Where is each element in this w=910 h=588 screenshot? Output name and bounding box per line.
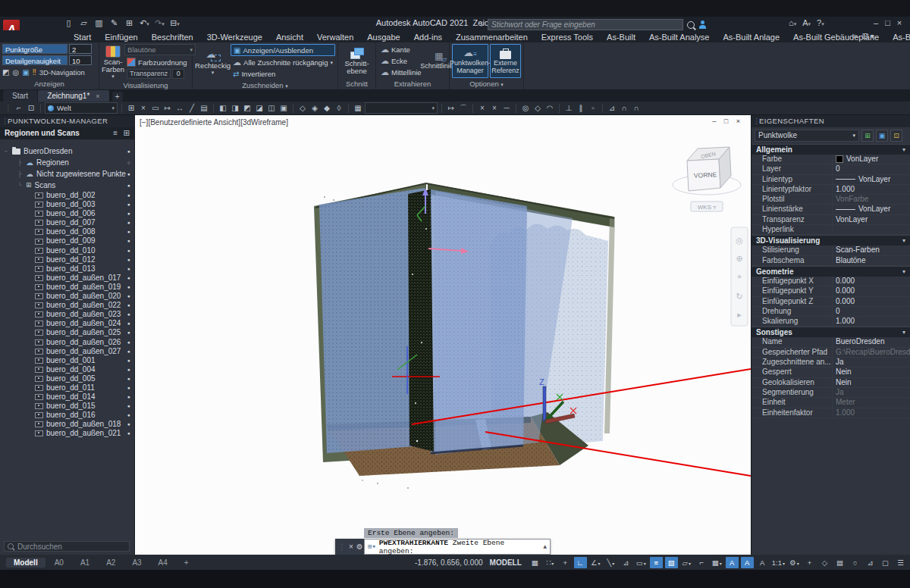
sign-in-icon[interactable] — [698, 20, 707, 29]
visibility-dot[interactable]: ● — [127, 274, 130, 283]
property-value[interactable]: Scan-Farben — [832, 246, 910, 255]
property-row[interactable]: Skalierung1.000 — [752, 317, 910, 327]
scan-item[interactable]: buero_dd_014● — [0, 393, 135, 402]
point-size-cube-icon[interactable]: ◩ — [2, 68, 9, 77]
ribbon-tab-beschriften[interactable]: Beschriften — [145, 32, 200, 42]
invertieren-button[interactable]: ⇄ Invertieren — [231, 68, 335, 79]
ecke-button[interactable]: ☁ Ecke — [378, 55, 424, 66]
scan-item[interactable]: buero_dd_008● — [0, 227, 135, 236]
ortho-icon[interactable]: ∟ — [574, 557, 587, 568]
kante-button[interactable]: ☁ Kante — [378, 44, 424, 55]
snap-quadrant-icon[interactable]: ◇ — [532, 102, 543, 114]
detailgenauigkeit-value[interactable]: 10 — [69, 55, 92, 65]
ribbon-tab-as-built[interactable]: As-Built — [600, 32, 642, 42]
tree-item-scans[interactable]: └⊞ Scans ● — [0, 180, 135, 191]
visual-style-4-icon[interactable]: ◊ — [334, 102, 344, 114]
mittellinie-button[interactable]: ☁ Mittellinie — [378, 67, 424, 77]
toggle-pickadd-icon[interactable]: ⊞ — [861, 130, 874, 142]
ribbon-tab-as-built-anlage[interactable]: As-Built Anlage — [716, 32, 786, 42]
search-input[interactable]: Stichwort oder Frage eingeben — [488, 19, 683, 30]
save-as-icon[interactable]: ✎ — [109, 18, 119, 28]
property-row[interactable]: EinheitMeter — [752, 398, 910, 408]
property-value[interactable]: Nein — [832, 378, 910, 387]
property-row[interactable]: FarbschemaBlautöne — [752, 256, 910, 266]
layout-tab-a1[interactable]: A1 — [73, 558, 97, 568]
ribbon-tab-as-built-ts-design[interactable]: As-Built TS Design — [886, 32, 910, 42]
list-view-icon[interactable]: ≡ — [113, 127, 118, 139]
drawing-window-controls[interactable]: – □ × — [712, 117, 743, 125]
command-customize-icon[interactable]: ⚙ — [356, 543, 363, 551]
visibility-dot[interactable]: ● — [127, 218, 130, 227]
visibility-dot[interactable]: ● — [127, 356, 130, 365]
wks-label[interactable]: WKS ▿ — [698, 204, 716, 211]
search-icon[interactable] — [687, 21, 695, 29]
visibility-dot[interactable]: ● — [127, 200, 130, 209]
visibility-dot[interactable]: ● — [127, 374, 130, 383]
camera-icon[interactable]: ▣ — [22, 68, 29, 77]
light-icon[interactable]: ▦ — [353, 102, 363, 114]
properties-section-header[interactable]: 3D-Visualisierung▾ — [752, 235, 910, 246]
lineweight-icon[interactable]: ≡ — [650, 557, 663, 568]
scan-item[interactable]: buero_dd_außen_019● — [0, 283, 135, 292]
cut-icon[interactable]: × — [138, 102, 149, 114]
snap-x1-icon[interactable]: × — [477, 102, 488, 114]
annotation-scale-value[interactable]: 1:1▾ — [771, 557, 786, 568]
clean-screen-icon[interactable]: ▢ — [879, 557, 892, 568]
ribbon-tab-zusammenarbeiten[interactable]: Zusammenarbeiten — [449, 32, 535, 42]
scan-item[interactable]: buero_dd_016● — [0, 411, 135, 420]
panel-label-anzeigen[interactable]: Anzeigen — [0, 80, 99, 89]
property-row[interactable]: PlotstilVonFarbe — [752, 195, 910, 205]
layout-tab-a4[interactable]: A4 — [151, 558, 175, 568]
view-box-2-icon[interactable]: ◨ — [230, 102, 240, 114]
property-value[interactable]: 0.000 — [832, 297, 910, 306]
annotation-autoscale-icon[interactable]: A — [741, 557, 754, 568]
visibility-dot[interactable]: ● — [127, 347, 130, 356]
line-icon[interactable]: ╱ — [187, 102, 197, 114]
polar-tracking-icon[interactable]: ∠▾ — [589, 557, 602, 568]
detailgenauigkeit-field[interactable]: Detailgenauigkeit — [2, 55, 67, 65]
isolate-objects-icon[interactable]: ○ — [849, 557, 861, 568]
viewcube-front-label[interactable]: VORNE — [694, 170, 717, 180]
workspace-gear-icon[interactable]: ⚙▾ — [788, 557, 801, 568]
property-row[interactable]: Einfügepunkt Y0.000 — [752, 286, 910, 296]
scan-item[interactable]: buero_dd_außen_022● — [0, 301, 135, 310]
select-objects-icon[interactable]: ▣ — [876, 130, 888, 142]
scan-item[interactable]: buero_dd_001● — [0, 356, 135, 365]
property-value[interactable] — [832, 225, 910, 234]
layout-tab-a3[interactable]: A3 — [124, 558, 149, 568]
anzeigen-ausblenden-button[interactable]: ▣ Anzeigen/Ausblenden — [231, 44, 335, 56]
snap-dash-icon[interactable]: ─ — [501, 102, 512, 114]
viewport-label[interactable]: [−][Benutzerdefinierte Ansicht][3dWirefr… — [140, 118, 288, 127]
tree-view-icon[interactable]: ⊞ — [124, 127, 130, 139]
autodesk-account-icon[interactable]: A▾ — [802, 18, 811, 27]
ribbon-tab-add-ins[interactable]: Add-ins — [407, 32, 449, 42]
drawing-viewport[interactable]: [−][Benutzerdefinierte Ansicht][3dWirefr… — [135, 115, 751, 555]
scan-item[interactable]: buero_dd_003● — [0, 200, 135, 209]
visibility-dot[interactable]: ● — [127, 383, 130, 393]
plot-icon[interactable]: ⊞ — [124, 18, 134, 28]
ribbon-tab-ausgabe[interactable]: Ausgabe — [360, 32, 406, 42]
object-type-select[interactable]: Punktwolke▾ — [755, 130, 859, 142]
units-icon[interactable]: ◇ — [818, 557, 831, 568]
snap-magnet2-icon[interactable]: ∩ — [631, 102, 642, 114]
visibility-dot[interactable]: ● — [127, 310, 130, 319]
tree-item-nicht-zugewiesene[interactable]: ├☁ Nicht zugewiesene Punkte ● — [0, 168, 135, 180]
snap-tangent-icon[interactable]: ◠ — [544, 102, 555, 114]
snap-node-icon[interactable]: ▫ — [588, 102, 598, 114]
help-icon[interactable]: ?▾ — [817, 18, 824, 27]
properties-section-header[interactable]: Sonstiges▾ — [752, 327, 910, 337]
scan-item[interactable]: buero_dd_011● — [0, 383, 135, 393]
transparency-icon[interactable]: ▨ — [665, 557, 678, 568]
snap-nearest-icon[interactable]: ⊿ — [607, 102, 617, 114]
layer-walk-icon[interactable]: ⌐ — [14, 102, 24, 114]
ribbon-tab-einfügen[interactable]: Einfügen — [98, 32, 144, 42]
punktgroesse-field[interactable]: Punktgröße — [2, 44, 67, 54]
pcm-title[interactable]: PUNKTWOLKEN-MANAGER — [0, 115, 134, 127]
visibility-dot[interactable]: ● — [127, 246, 130, 255]
visibility-dot[interactable]: ● — [127, 393, 130, 402]
undo-icon[interactable]: ↶▾ — [140, 18, 149, 28]
arc-icon[interactable]: ⌒ — [458, 102, 469, 114]
visibility-dot[interactable]: ● — [127, 227, 130, 236]
view-box-4-icon[interactable]: ◪ — [254, 102, 265, 114]
panel-label-optionen[interactable]: Optionen ▾ — [450, 80, 523, 89]
